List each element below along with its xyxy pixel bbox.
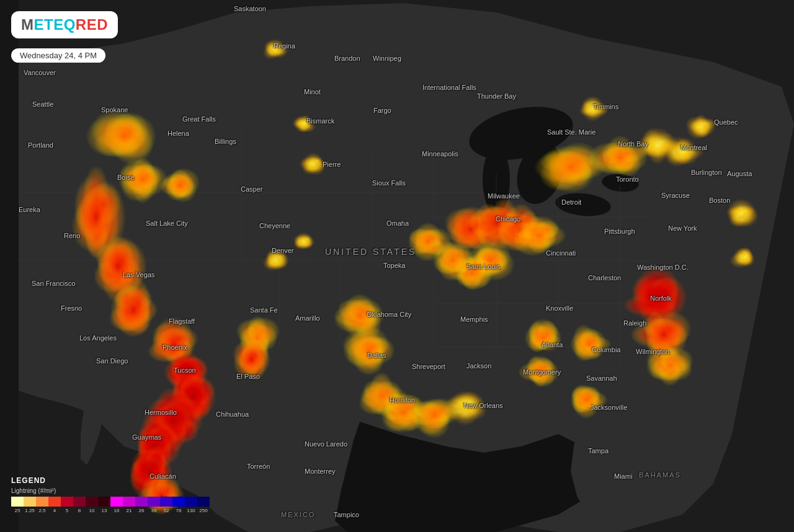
- legend-color-block: [172, 497, 185, 507]
- logo: METEQRED: [11, 11, 118, 38]
- legend-color-block: [11, 497, 24, 507]
- legend-value: 8: [73, 508, 86, 513]
- legend-value: 13: [98, 508, 110, 513]
- legend-color-block: [160, 497, 172, 507]
- legend-color-block: [73, 497, 86, 507]
- legend-color-block: [86, 497, 98, 507]
- logo-text: METEQRED: [21, 16, 108, 33]
- legend-color-block: [123, 497, 135, 507]
- legend-value: 52: [160, 508, 172, 513]
- legend-value: 1.25: [24, 508, 36, 513]
- legend-value: 2.5: [36, 508, 48, 513]
- legend-color-block: [110, 497, 123, 507]
- date-text: Wednesday 24, 4 PM: [20, 51, 97, 60]
- legend-color-block: [36, 497, 48, 507]
- legend-value: 10: [86, 508, 98, 513]
- date-badge[interactable]: Wednesday 24, 4 PM: [11, 48, 105, 63]
- legend-color-block: [61, 497, 73, 507]
- legend-bar: [11, 497, 210, 507]
- legend-value: 130: [185, 508, 197, 513]
- legend-value: 5: [61, 508, 73, 513]
- legend-value: 78: [172, 508, 185, 513]
- legend-title: LEGEND: [11, 476, 210, 485]
- legend-value: 250: [197, 508, 210, 513]
- legend-color-block: [148, 497, 160, 507]
- legend-color-block: [98, 497, 110, 507]
- legend-color-block: [135, 497, 148, 507]
- legend-value: 16: [110, 508, 123, 513]
- legend-value: 21: [123, 508, 135, 513]
- map-container[interactable]: VancouverSeattlePortlandSpokaneGreat Fal…: [0, 0, 794, 532]
- legend-value: 39: [148, 508, 160, 513]
- legend-value: 26: [135, 508, 148, 513]
- legend-value: 25: [11, 508, 24, 513]
- legend-color-block: [24, 497, 36, 507]
- legend-labels: 251.252.54581013162126395278130250: [11, 508, 210, 513]
- legend-color-block: [197, 497, 210, 507]
- legend-subtitle: Lightning (#/mi²): [11, 487, 210, 494]
- legend: LEGEND Lightning (#/mi²) 251.252.5458101…: [11, 476, 210, 513]
- legend-color-block: [185, 497, 197, 507]
- legend-value: 4: [48, 508, 61, 513]
- legend-color-block: [48, 497, 61, 507]
